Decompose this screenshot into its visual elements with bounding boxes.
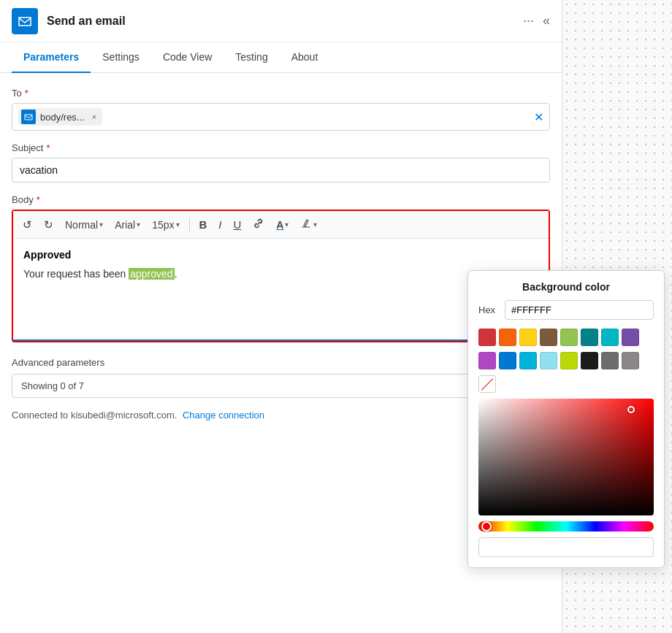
tab-testing[interactable]: Testing xyxy=(224,42,279,73)
swatch-green[interactable] xyxy=(560,329,578,346)
swatch-yellow[interactable] xyxy=(519,329,537,346)
more-options-icon[interactable]: ··· xyxy=(523,13,534,28)
font-arrow-icon: ▾ xyxy=(137,220,140,229)
connection-text: Connected to kisubedi@microsoft.com. xyxy=(12,410,177,421)
header-actions: ··· « xyxy=(523,13,550,28)
panel-title: Send an email xyxy=(47,15,126,28)
font-color-button[interactable]: A ▾ xyxy=(272,217,292,233)
swatch-black[interactable] xyxy=(581,352,598,369)
gradient-cursor xyxy=(627,406,635,413)
color-text-input[interactable] xyxy=(478,537,654,557)
italic-button[interactable]: I xyxy=(215,216,225,233)
bold-button[interactable]: B xyxy=(196,216,211,233)
font-dropdown[interactable]: Arial ▾ xyxy=(111,217,144,233)
to-label: To * xyxy=(12,88,550,99)
swatch-cyan[interactable] xyxy=(601,329,619,346)
tab-about[interactable]: About xyxy=(280,42,330,73)
bold-icon: B xyxy=(199,218,207,231)
hex-row: Hex xyxy=(478,300,654,320)
swatch-none[interactable] xyxy=(478,375,496,393)
app-icon xyxy=(12,8,38,34)
to-token-text: body/res... xyxy=(40,112,85,123)
tab-settings[interactable]: Settings xyxy=(91,42,151,73)
to-input-container[interactable]: body/res... × ✕ xyxy=(12,103,550,131)
size-arrow-icon: ▾ xyxy=(176,220,180,229)
redo-button[interactable]: ↻ xyxy=(40,216,57,234)
swatch-teal-dark[interactable] xyxy=(581,329,598,346)
tab-code-view[interactable]: Code View xyxy=(151,42,224,73)
underline-icon: U xyxy=(234,218,242,231)
body-label: Body * xyxy=(12,194,550,205)
size-dropdown[interactable]: 15px ▾ xyxy=(148,217,183,233)
italic-icon: I xyxy=(218,218,221,231)
swatches-row-2 xyxy=(478,352,654,369)
swatch-magenta[interactable] xyxy=(478,352,496,369)
header-left: Send an email xyxy=(12,8,126,34)
toolbar-separator-1 xyxy=(189,218,190,232)
redo-icon: ↻ xyxy=(44,218,53,231)
tab-parameters[interactable]: Parameters xyxy=(12,42,91,73)
swatch-purple[interactable] xyxy=(622,329,639,346)
color-picker-title: Background color xyxy=(478,281,654,293)
link-icon xyxy=(253,218,264,231)
to-token-icon xyxy=(21,110,36,124)
to-token-remove[interactable]: × xyxy=(92,112,96,121)
to-clear-button[interactable]: ✕ xyxy=(534,110,543,124)
to-token: body/res... × xyxy=(18,108,102,126)
hue-slider[interactable] xyxy=(478,521,654,532)
body-text-before: Your request has been xyxy=(23,268,129,280)
swatch-red[interactable] xyxy=(478,329,496,346)
underline-button[interactable]: U xyxy=(230,216,245,233)
body-toolbar: ↺ ↻ Normal ▾ Arial ▾ 15px ▾ xyxy=(13,211,549,239)
swatch-orange[interactable] xyxy=(499,329,516,346)
swatch-gray-light[interactable] xyxy=(622,352,639,369)
body-text: Your request has been approved. xyxy=(23,268,538,280)
color-picker-popup: Background color Hex xyxy=(467,270,665,568)
font-color-icon: A xyxy=(276,219,283,231)
style-arrow-icon: ▾ xyxy=(99,220,103,229)
subject-label: Subject * xyxy=(12,142,550,153)
subject-required: * xyxy=(46,142,50,153)
style-label: Normal xyxy=(65,219,98,231)
font-color-arrow-icon: ▾ xyxy=(285,220,289,229)
body-text-after: . xyxy=(175,268,177,280)
swatches-row-1 xyxy=(478,329,654,346)
to-field-group: To * body/res... × xyxy=(12,88,550,131)
undo-icon: ↺ xyxy=(23,218,32,231)
body-heading: Approved xyxy=(23,249,538,261)
swatch-lime[interactable] xyxy=(560,352,578,369)
swatch-gray-dark[interactable] xyxy=(601,352,619,369)
advanced-select-text: Showing 0 of 7 xyxy=(21,380,84,391)
collapse-icon[interactable]: « xyxy=(543,13,550,28)
subject-input[interactable] xyxy=(12,158,550,183)
highlight-arrow-icon: ▾ xyxy=(313,220,317,229)
color-gradient[interactable] xyxy=(478,399,654,515)
subject-field-group: Subject * xyxy=(12,142,550,183)
highlight-button[interactable]: ▾ xyxy=(297,215,321,234)
font-label: Arial xyxy=(115,219,135,231)
swatch-blue[interactable] xyxy=(499,352,516,369)
advanced-select[interactable]: Showing 0 of 7 ▾ xyxy=(12,374,505,398)
approved-highlight: approved xyxy=(129,268,174,280)
size-label: 15px xyxy=(152,219,174,231)
change-connection-button[interactable]: Change connection xyxy=(183,410,264,421)
style-dropdown[interactable]: Normal ▾ xyxy=(61,217,107,233)
swatch-brown[interactable] xyxy=(540,329,557,346)
highlight-icon xyxy=(300,218,312,231)
hue-cursor xyxy=(481,521,492,532)
panel-header: Send an email ··· « xyxy=(0,0,562,42)
body-required: * xyxy=(37,194,40,205)
hex-label: Hex xyxy=(478,304,499,315)
tab-bar: Parameters Settings Code View Testing Ab… xyxy=(0,42,562,73)
svg-rect-2 xyxy=(302,226,305,228)
undo-button[interactable]: ↺ xyxy=(19,216,36,234)
hex-input[interactable] xyxy=(505,300,654,320)
swatch-sky[interactable] xyxy=(519,352,537,369)
swatch-light-blue[interactable] xyxy=(540,352,557,369)
to-required: * xyxy=(25,88,28,99)
link-button[interactable] xyxy=(249,215,268,234)
